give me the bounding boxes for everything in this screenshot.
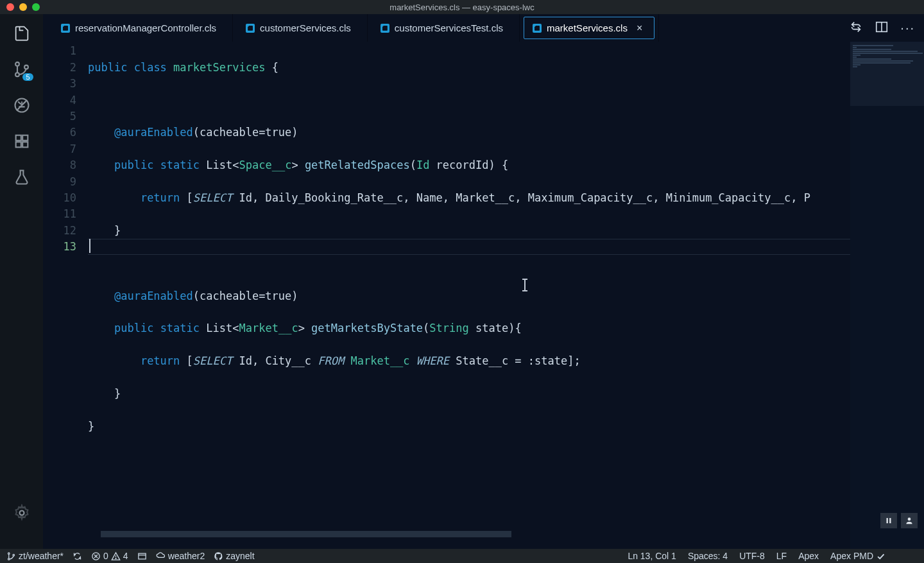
svg-point-15 (8, 552, 10, 554)
line-number: 10 (43, 190, 76, 206)
line-number: 11 (43, 206, 76, 222)
svg-point-0 (15, 62, 19, 66)
code-line: @auraEnabled(cacheable=true) (88, 288, 850, 304)
minimap-viewport[interactable] (850, 42, 924, 106)
settings-gear-icon[interactable] (12, 503, 32, 523)
code-line (88, 256, 850, 272)
compare-changes-icon[interactable] (849, 20, 863, 37)
activity-bar: 5 (0, 14, 43, 549)
editor-group: reservationManagerController.cls custome… (43, 14, 924, 549)
code-line: return [SELECT Id, Daily_Booking_Rate__c… (88, 190, 850, 206)
code-line: @auraEnabled(cacheable=true) (88, 125, 850, 141)
linter-status[interactable]: Apex PMD (830, 551, 886, 561)
line-number: 9 (43, 174, 76, 190)
line-number: 5 (43, 108, 76, 125)
branch-name: zt/weather* (19, 551, 64, 561)
current-line-highlight (88, 239, 850, 255)
tab-reservation-manager[interactable]: reservationManagerController.cls (48, 14, 233, 42)
svg-point-9 (19, 511, 24, 515)
svg-point-16 (8, 558, 10, 560)
line-number: 2 (43, 60, 76, 76)
scm-badge: 5 (22, 73, 33, 81)
svg-rect-23 (139, 553, 146, 559)
line-number: 7 (43, 141, 76, 157)
panel-toggle-icon[interactable] (137, 551, 147, 561)
salesforce-file-icon (61, 24, 70, 33)
pause-icon[interactable] (880, 513, 897, 528)
tab-bar-actions: ··· (849, 14, 924, 42)
svg-point-14 (908, 517, 911, 521)
title-bar: marketServices.cls — easy-spaces-lwc (0, 0, 924, 14)
overlay-controls (880, 513, 918, 528)
tab-customer-services[interactable]: customerServices.cls (233, 14, 368, 42)
tab-label: marketServices.cls (547, 22, 628, 33)
org-name: weather2 (168, 551, 205, 561)
tab-label: customerServices.cls (260, 22, 351, 33)
svg-rect-7 (15, 142, 21, 147)
extensions-icon[interactable] (12, 131, 32, 152)
svg-point-2 (24, 65, 28, 69)
line-number: 12 (43, 223, 76, 239)
window-controls (0, 3, 40, 11)
window-maximize-button[interactable] (32, 3, 40, 11)
eol-status[interactable]: LF (776, 551, 787, 561)
window-close-button[interactable] (6, 3, 14, 11)
sync-icon[interactable] (73, 551, 82, 561)
code-line: public static List<Space__c> getRelatedS… (88, 157, 850, 173)
code-line: public class marketServices { (88, 60, 850, 76)
svg-point-22 (116, 558, 116, 559)
indentation-status[interactable]: Spaces: 4 (688, 551, 728, 561)
code-line: } (88, 419, 850, 435)
more-actions-icon[interactable]: ··· (900, 21, 915, 35)
code-content[interactable]: public class marketServices { @auraEnabl… (88, 42, 850, 549)
split-editor-icon[interactable] (875, 20, 889, 37)
github-status[interactable]: zaynelt (214, 551, 254, 561)
minimap[interactable] (850, 42, 924, 549)
svg-rect-8 (22, 142, 28, 147)
window-minimize-button[interactable] (19, 3, 27, 11)
salesforce-file-icon (533, 24, 542, 33)
svg-point-1 (15, 73, 19, 76)
account-icon[interactable] (901, 513, 918, 528)
git-branch-status[interactable]: zt/weather* (6, 551, 64, 561)
close-tab-icon[interactable]: × (637, 22, 642, 34)
text-cursor (89, 239, 90, 253)
code-line: public static List<Market__c> getMarkets… (88, 320, 850, 336)
beaker-icon[interactable] (12, 167, 32, 187)
encoding-status[interactable]: UTF-8 (739, 551, 765, 561)
horizontal-scrollbar[interactable] (101, 531, 511, 537)
tab-customer-services-test[interactable]: customerServicesTest.cls (368, 14, 520, 42)
salesforce-file-icon (246, 24, 255, 33)
line-number: 4 (43, 92, 76, 108)
line-number: 13 (43, 239, 76, 255)
svg-rect-6 (22, 135, 28, 141)
warning-count: 4 (123, 551, 128, 561)
code-line: } (88, 386, 850, 402)
line-number-gutter: 1 2 3 4 5 6 7 8 9 10 11 12 13 (43, 42, 88, 549)
line-number: 6 (43, 125, 76, 141)
error-count: 0 (103, 551, 108, 561)
code-line: return [SELECT Id, City__c FROM Market__… (88, 353, 850, 369)
tab-label: reservationManagerController.cls (75, 22, 216, 33)
org-status[interactable]: weather2 (156, 551, 205, 561)
debug-disabled-icon[interactable] (12, 95, 32, 116)
mouse-ibeam-cursor (524, 279, 526, 291)
line-number: 1 (43, 43, 76, 59)
salesforce-file-icon (381, 24, 389, 33)
explorer-icon[interactable] (12, 23, 32, 44)
svg-rect-12 (887, 518, 888, 523)
tab-bar: reservationManagerController.cls custome… (43, 14, 924, 42)
code-line (88, 92, 850, 108)
problems-status[interactable]: 0 4 (91, 551, 128, 561)
source-control-icon[interactable]: 5 (12, 59, 32, 80)
tab-label: customerServicesTest.cls (395, 22, 503, 33)
code-line: } (88, 223, 850, 239)
language-mode[interactable]: Apex (798, 551, 819, 561)
line-number: 8 (43, 157, 76, 173)
tab-market-services[interactable]: marketServices.cls × (520, 14, 659, 42)
line-number: 3 (43, 76, 76, 92)
editor-area[interactable]: 1 2 3 4 5 6 7 8 9 10 11 12 13 public cla… (43, 42, 924, 549)
code-line (88, 451, 850, 467)
main-layout: 5 reservationManagerController.cls custo… (0, 14, 924, 549)
cursor-position[interactable]: Ln 13, Col 1 (628, 551, 676, 561)
